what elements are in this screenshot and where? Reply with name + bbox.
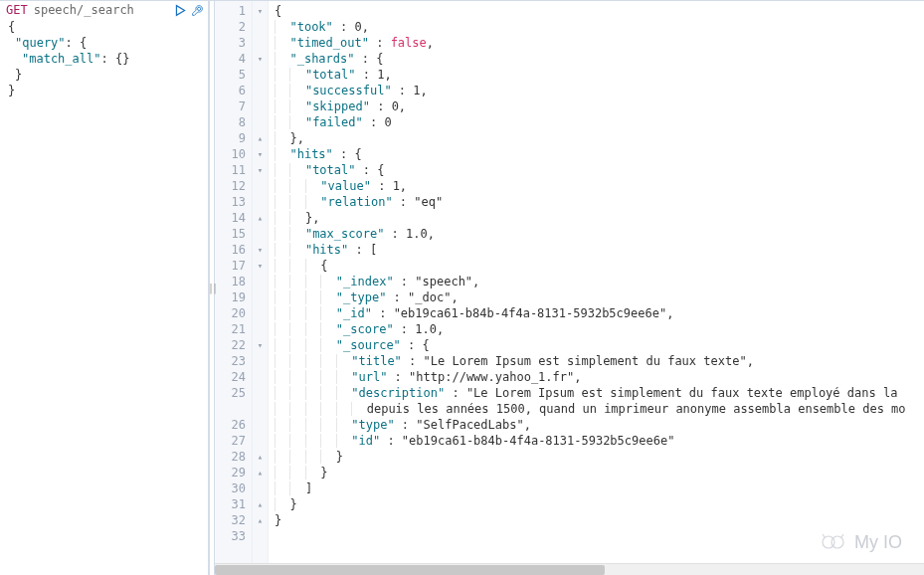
response-viewer: 1234567891011121314151617181920212223242… (215, 1, 924, 575)
body-line: } (8, 67, 208, 83)
request-path: speech/_search (34, 3, 134, 17)
svg-marker-0 (176, 5, 184, 15)
body-line: "match_all": {} (8, 51, 208, 67)
body-line: } (8, 83, 208, 98)
fold-gutter[interactable]: ▾ ▾ ▴▾▾ ▴ ▾▾ ▾ ▴▴ ▴▴ (253, 1, 269, 575)
app-root: GET speech/_search { "query": { "match_a… (0, 0, 924, 575)
wrench-icon[interactable] (191, 4, 204, 17)
horizontal-scrollbar[interactable] (215, 563, 924, 575)
pane-splitter[interactable]: || (209, 1, 215, 575)
request-body[interactable]: { "query": { "match_all": {} } } (0, 19, 208, 98)
request-actions (174, 4, 204, 17)
request-editor[interactable]: GET speech/_search { "query": { "match_a… (0, 1, 209, 575)
scrollbar-thumb[interactable] (215, 565, 605, 575)
request-line: GET speech/_search (0, 1, 208, 19)
line-gutter: 1234567891011121314151617181920212223242… (215, 1, 253, 575)
body-line: { (8, 19, 208, 35)
response-code[interactable]: { "took" : 0, "timed_out" : false, "_sha… (269, 1, 924, 575)
http-method: GET (6, 3, 28, 17)
body-line: "query": { (8, 35, 208, 51)
run-icon[interactable] (174, 4, 187, 17)
